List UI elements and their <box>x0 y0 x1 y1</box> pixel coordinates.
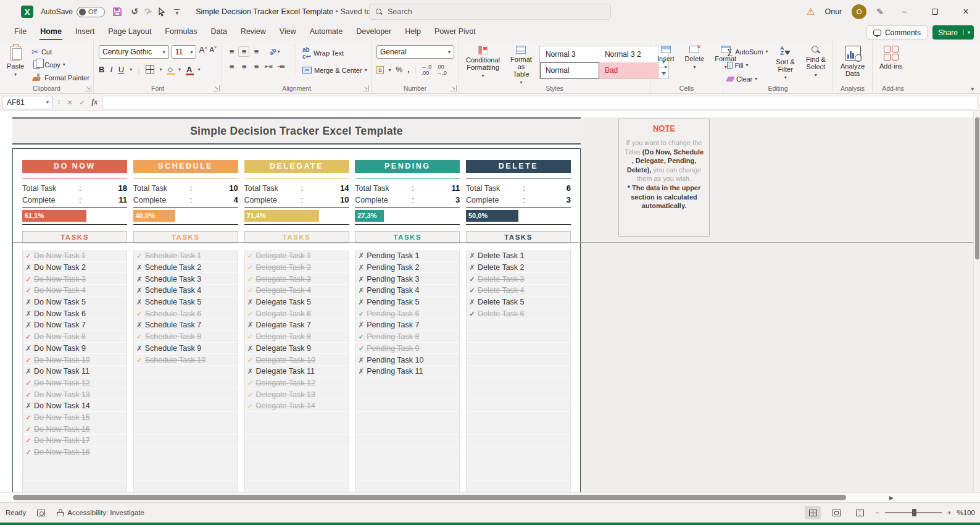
task-row[interactable]: ✗Delete Task 2 <box>467 262 570 274</box>
enter-icon[interactable]: ✓ <box>79 98 85 107</box>
top-align-button[interactable]: ≡ <box>226 47 237 56</box>
avatar[interactable]: O <box>852 4 866 19</box>
task-row[interactable]: ✓Schedule Task 6 <box>134 308 238 319</box>
bottom-align-button[interactable]: ≡ <box>251 47 262 56</box>
task-row[interactable]: ✓Do Now Task 15 <box>23 412 127 424</box>
cut-button[interactable]: ✂Cut <box>31 45 89 58</box>
customize-quick-access-button[interactable]: ▾ <box>174 9 180 15</box>
task-row[interactable]: ✓Schedule Task 1 <box>134 250 238 262</box>
task-row[interactable]: ✓Delete Task 4 <box>467 285 570 296</box>
tab-page-layout[interactable]: Page Layout <box>101 24 158 40</box>
task-row[interactable]: ✓Delegate Task 4 <box>245 285 349 296</box>
collapse-ribbon-icon[interactable]: ▾ <box>971 86 974 92</box>
close-button[interactable]: × <box>955 0 976 23</box>
task-row[interactable]: ✗Pending Task 11 <box>355 366 459 377</box>
page-break-view-button[interactable] <box>852 506 868 519</box>
middle-align-button[interactable]: ≡ <box>238 46 249 57</box>
task-row[interactable]: ✗Delete Task 1 <box>467 250 570 262</box>
horizontal-scrollbar-thumb[interactable] <box>13 495 846 500</box>
pen-input-icon[interactable]: ✎ <box>876 7 884 17</box>
task-row[interactable]: ✓Do Now Task 8 <box>23 331 127 343</box>
page-layout-view-button[interactable] <box>828 506 844 519</box>
delete-cells-button[interactable]: Delete▾ <box>682 44 708 72</box>
tab-formulas[interactable]: Formulas <box>158 24 204 40</box>
addins-button[interactable]: Add-ins <box>876 44 905 72</box>
tab-view[interactable]: View <box>273 24 303 40</box>
formula-bar-grip[interactable]: ⁝ <box>58 99 60 106</box>
task-row[interactable]: ✓Do Now Task 13 <box>23 388 127 400</box>
fill-color-icon[interactable]: ◇ <box>168 65 173 74</box>
formula-input[interactable] <box>102 96 978 109</box>
find-select-button[interactable]: Find & Select▾ <box>803 44 829 80</box>
task-row[interactable]: ✗Schedule Task 9 <box>134 343 238 355</box>
tab-home[interactable]: Home <box>33 24 69 40</box>
task-row[interactable]: ✓Schedule Task 8 <box>134 331 238 343</box>
task-row[interactable]: ✗Pending Task 7 <box>355 319 459 331</box>
task-row[interactable]: ✗Do Now Task 7 <box>23 319 127 331</box>
task-row[interactable]: ✓Delegate Task 8 <box>245 331 349 343</box>
cell-style-normal[interactable]: Normal <box>540 62 599 78</box>
tab-file[interactable]: File <box>7 24 33 40</box>
horizontal-scrollbar[interactable]: ▶ <box>0 492 980 502</box>
task-row[interactable]: ✓Delegate Task 12 <box>245 377 349 389</box>
conditional-formatting-button[interactable]: Conditional Formatting▾ <box>463 44 503 80</box>
tab-automate[interactable]: Automate <box>303 24 350 40</box>
task-row[interactable]: ✓Delegate Task 13 <box>245 388 349 400</box>
task-row[interactable]: ✗Pending Task 2 <box>355 262 459 274</box>
comments-button[interactable]: Comments <box>866 25 928 40</box>
cancel-icon[interactable]: ✕ <box>67 98 73 107</box>
font-color-icon[interactable]: A <box>186 65 192 74</box>
task-row[interactable]: ✓Delegate Task 14 <box>245 400 349 412</box>
column-header[interactable]: DO NOW <box>22 160 127 173</box>
vertical-scrollbar-thumb[interactable] <box>975 117 979 259</box>
scroll-right-icon[interactable]: ▶ <box>889 495 894 501</box>
font-size-select[interactable]: 11▾ <box>172 45 197 59</box>
number-dialog-launcher[interactable]: ↘ <box>451 85 457 91</box>
column-header[interactable]: DELETE <box>466 160 571 173</box>
normal-view-button[interactable] <box>805 506 821 519</box>
task-row[interactable]: ✓Pending Task 9 <box>355 343 459 355</box>
cell-style-normal3[interactable]: Normal 3 <box>540 46 599 62</box>
accessibility-status[interactable]: Accessibility: Investigate <box>56 509 144 516</box>
task-row[interactable]: ✗Do Now Task 14 <box>23 400 127 412</box>
zoom-in-button[interactable]: + <box>947 509 952 516</box>
task-row[interactable]: ✓Delegate Task 1 <box>245 250 349 262</box>
wrap-text-button[interactable]: abc↩Wrap Text <box>302 46 367 59</box>
task-row[interactable]: ✓Do Now Task 3 <box>23 273 127 285</box>
tab-power-pivot[interactable]: Power Pivot <box>428 24 483 40</box>
zoom-slider-thumb[interactable] <box>912 509 916 516</box>
task-row[interactable]: ✓Pending Task 8 <box>355 331 459 343</box>
clear-button[interactable]: Clear▾ <box>727 72 768 85</box>
task-row[interactable]: ✗Delegate Task 11 <box>245 366 349 377</box>
task-row[interactable]: ✓Delegate Task 6 <box>245 308 349 319</box>
format-painter-button[interactable]: Format Painter <box>31 71 89 84</box>
analyze-data-button[interactable]: Analyze Data <box>837 44 868 79</box>
name-box[interactable]: AF61▾ <box>2 96 53 109</box>
warning-icon[interactable]: ⚠ <box>807 6 815 17</box>
font-dialog-launcher[interactable]: ↘ <box>214 85 220 91</box>
share-dropdown-icon[interactable]: ▾ <box>963 30 974 35</box>
autosave-toggle[interactable]: AutoSave Off <box>41 7 105 17</box>
note-box[interactable]: NOTE If you want to change the Titles (D… <box>618 119 710 237</box>
merge-center-button[interactable]: Merge & Center▾ <box>302 64 367 77</box>
number-format-select[interactable]: General▾ <box>376 45 454 59</box>
tab-developer[interactable]: Developer <box>349 24 398 40</box>
task-row[interactable]: ✓Do Now Task 4 <box>23 285 127 296</box>
cell-style-normal32[interactable]: Normal 3 2 <box>599 46 658 62</box>
task-row[interactable]: ✗Pending Task 5 <box>355 296 459 308</box>
task-row[interactable]: ✓Do Now Task 1 <box>23 250 127 262</box>
comma-style-icon[interactable]: , <box>407 65 409 74</box>
maximize-button[interactable] <box>924 0 945 23</box>
task-row[interactable]: ✗Pending Task 3 <box>355 273 459 285</box>
task-row[interactable]: ✗Pending Task 10 <box>355 354 459 366</box>
sort-filter-button[interactable]: AZ Sort & Filter▾ <box>773 44 799 82</box>
task-row[interactable]: ✓Do Now Task 12 <box>23 377 127 389</box>
search-input[interactable]: Search <box>369 4 611 20</box>
percent-style-icon[interactable]: % <box>396 65 403 74</box>
borders-icon[interactable] <box>146 65 154 74</box>
vertical-scrollbar[interactable] <box>973 111 980 492</box>
tab-data[interactable]: Data <box>204 24 233 40</box>
alignment-dialog-launcher[interactable]: ↘ <box>363 85 369 91</box>
task-row[interactable]: ✗Do Now Task 5 <box>23 296 127 308</box>
task-row[interactable]: ✗Do Now Task 9 <box>23 343 127 355</box>
